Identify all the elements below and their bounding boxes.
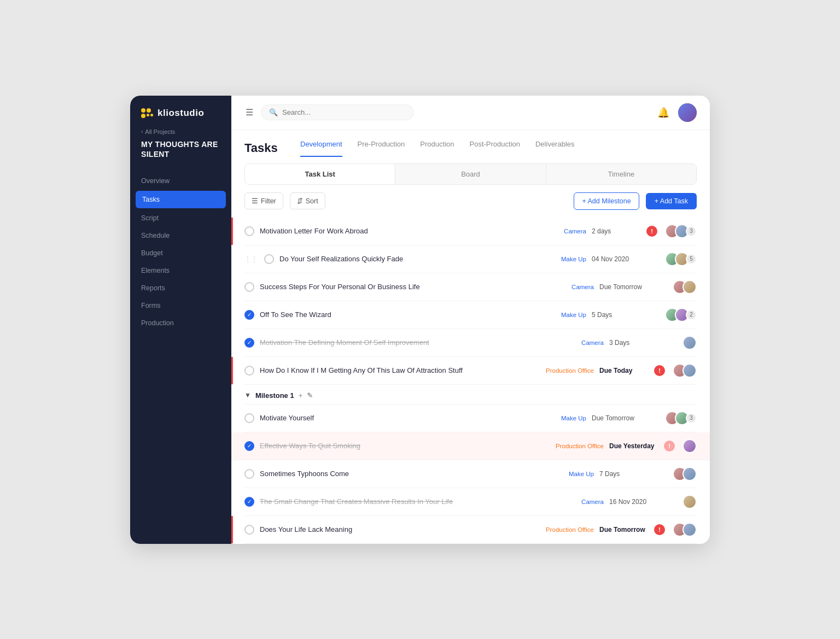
sort-icon: ⇵ xyxy=(297,197,303,205)
milestone-edit-icon[interactable]: ✎ xyxy=(307,391,313,400)
warn-icon-11: ! xyxy=(654,524,665,535)
tab-pre-production[interactable]: Pre-Production xyxy=(358,140,405,157)
filter-button[interactable]: ☰ Filter xyxy=(244,192,283,209)
back-link[interactable]: ‹ All Projects xyxy=(141,128,220,135)
task-tag-2: Make Up xyxy=(537,256,586,262)
table-row: ✓ Motivation The Defining Moment Of Self… xyxy=(244,329,697,357)
hamburger-icon[interactable]: ☰ xyxy=(244,106,254,119)
sub-tab-timeline[interactable]: Timeline xyxy=(546,164,696,184)
task-tag-11: Production Office xyxy=(545,526,594,533)
tab-development[interactable]: Development xyxy=(300,140,342,157)
task-tag-7: Make Up xyxy=(537,415,586,421)
sidebar-item-schedule[interactable]: Schedule xyxy=(130,227,231,244)
sidebar-item-forms[interactable]: Forms xyxy=(130,297,231,314)
task-due-5: 3 Days xyxy=(609,339,658,347)
task-tag-1: Camera xyxy=(537,228,586,235)
task-due-8: Due Yesterday xyxy=(609,442,658,450)
page-title: Tasks xyxy=(244,141,283,155)
sidebar: kliostudio ‹ All Projects MY THOUGHTS AR… xyxy=(130,96,231,544)
logo-dot-4 xyxy=(147,114,149,116)
task-avatars-7: 3 xyxy=(665,411,697,425)
milestone-add-icon[interactable]: + xyxy=(299,391,303,400)
task-checkbox-3[interactable] xyxy=(244,282,254,292)
logo-dot-2 xyxy=(147,108,151,113)
task-due-10: 16 Nov 2020 xyxy=(609,498,658,506)
task-due-11: Due Tomorrow xyxy=(599,526,649,534)
task-checkbox-7[interactable] xyxy=(244,413,254,423)
search-box[interactable]: 🔍 xyxy=(261,104,414,120)
user-avatar[interactable] xyxy=(678,103,697,122)
task-list: Motivation Letter For Work Abroad Camera… xyxy=(231,218,710,544)
task-tag-10: Camera xyxy=(555,499,604,505)
sub-tab-task-list[interactable]: Task List xyxy=(245,164,395,184)
task-due-4: 5 Days xyxy=(592,311,641,319)
check-mark-icon: ✓ xyxy=(247,443,252,449)
toolbar: ☰ Filter ⇵ Sort + Add Milestone + Add Ta… xyxy=(231,185,710,218)
milestone-chevron-icon[interactable]: ▼ xyxy=(244,391,251,399)
task-due-1: 2 days xyxy=(592,227,641,235)
table-row: ✓ The Small Change That Creates Massive … xyxy=(244,488,697,516)
task-checkbox-10[interactable]: ✓ xyxy=(244,497,254,507)
task-checkbox-6[interactable] xyxy=(244,366,254,376)
add-task-button[interactable]: + Add Task xyxy=(646,193,697,209)
task-avatars-11 xyxy=(673,523,697,537)
sidebar-item-reports[interactable]: Reports xyxy=(130,279,231,297)
table-row: ✓ Effective Ways To Quit Smoking Product… xyxy=(231,432,710,460)
task-tag-3: Camera xyxy=(545,284,594,290)
back-arrow-icon: ‹ xyxy=(141,128,143,134)
avatar xyxy=(682,495,697,509)
task-avatars-1: 3 xyxy=(665,224,697,238)
task-checkbox-1[interactable] xyxy=(244,226,254,236)
page-tab-nav: Development Pre-Production Production Po… xyxy=(300,140,575,157)
sidebar-item-tasks[interactable]: Tasks xyxy=(136,191,226,208)
milestone-row: ▼ Milestone 1 + ✎ xyxy=(244,385,697,404)
task-due-9: 7 Days xyxy=(599,470,649,478)
task-due-2: 04 Nov 2020 xyxy=(592,255,641,263)
sidebar-item-overview[interactable]: Overview xyxy=(130,172,231,190)
warn-icon-8: ! xyxy=(664,441,675,452)
tab-production[interactable]: Production xyxy=(420,140,454,157)
sort-button[interactable]: ⇵ Sort xyxy=(290,192,325,209)
task-checkbox-4[interactable]: ✓ xyxy=(244,310,254,320)
logo-dot-3 xyxy=(141,114,145,118)
task-name-7: Motivate Yourself xyxy=(260,414,532,422)
sidebar-item-script[interactable]: Script xyxy=(130,209,231,227)
avatar-count: 3 xyxy=(686,226,697,237)
task-name-9: Sometimes Typhoons Come xyxy=(260,470,539,478)
warn-icon-1: ! xyxy=(646,226,657,237)
avatar-img xyxy=(678,103,697,122)
avatar xyxy=(682,280,697,294)
tab-deliverables[interactable]: Deliverables xyxy=(535,140,575,157)
sort-label: Sort xyxy=(306,197,318,205)
task-avatars-6 xyxy=(673,364,697,378)
sub-tab-board[interactable]: Board xyxy=(395,164,546,184)
task-checkbox-2[interactable] xyxy=(264,254,274,264)
task-avatars-8 xyxy=(682,439,697,453)
task-due-7: Due Tomorrow xyxy=(592,414,641,422)
page-header: Tasks Development Pre-Production Product… xyxy=(231,130,710,157)
tab-post-production[interactable]: Post-Production xyxy=(469,140,520,157)
sidebar-item-budget[interactable]: Budget xyxy=(130,244,231,262)
bell-icon[interactable]: 🔔 xyxy=(655,104,672,121)
logo: kliostudio xyxy=(130,96,231,128)
task-checkbox-5[interactable]: ✓ xyxy=(244,338,254,348)
task-checkbox-9[interactable] xyxy=(244,469,254,479)
avatar-count: 5 xyxy=(686,254,697,265)
table-row: Success Steps For Your Personal Or Busin… xyxy=(244,273,697,301)
task-checkbox-8[interactable]: ✓ xyxy=(244,441,254,451)
search-input[interactable] xyxy=(282,108,406,116)
check-mark-icon: ✓ xyxy=(247,312,252,318)
sidebar-item-production[interactable]: Production xyxy=(130,314,231,332)
table-row: Does Your Life Lack Meaning Production O… xyxy=(244,516,697,544)
task-tag-6: Production Office xyxy=(545,367,594,374)
table-row: ✓ Off To See The Wizard Make Up 5 Days 2 xyxy=(244,301,697,329)
check-mark-icon: ✓ xyxy=(247,339,252,345)
task-name-3: Success Steps For Your Personal Or Busin… xyxy=(260,283,539,291)
task-checkbox-11[interactable] xyxy=(244,525,254,535)
avatar xyxy=(682,523,697,537)
avatar xyxy=(682,439,697,453)
add-milestone-button[interactable]: + Add Milestone xyxy=(574,192,639,210)
sidebar-item-elements[interactable]: Elements xyxy=(130,262,231,279)
task-due-6: Due Today xyxy=(599,367,649,374)
logo-dot-5 xyxy=(150,114,153,116)
